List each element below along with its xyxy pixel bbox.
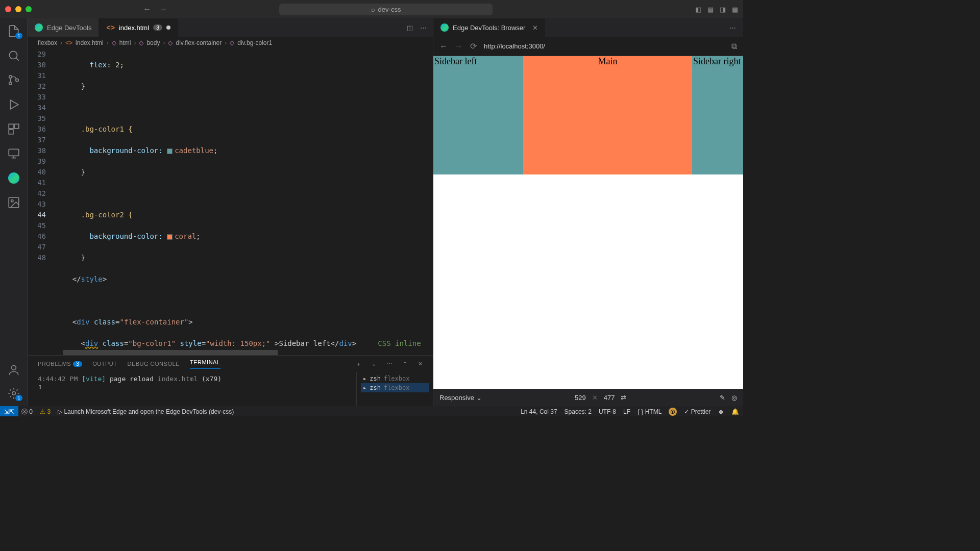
terminal-item[interactable]: ▸ zsh flexbox <box>361 374 429 383</box>
svg-rect-7 <box>9 149 19 156</box>
crumb[interactable]: index.html <box>76 39 104 46</box>
customize-layout-icon[interactable]: ▦ <box>732 6 738 13</box>
crumb[interactable]: body <box>146 39 160 46</box>
crumb[interactable]: flexbox <box>38 39 57 46</box>
maximize-panel-icon[interactable]: ⌃ <box>403 361 408 367</box>
cursor-position[interactable]: Ln 44, Col 37 <box>521 408 557 415</box>
accounts-icon[interactable] <box>7 363 20 377</box>
svg-point-1 <box>9 76 11 78</box>
tab-label: Edge DevTools <box>47 24 91 32</box>
more-actions-icon[interactable]: ⋯ <box>722 24 743 32</box>
remote-explorer-icon[interactable] <box>7 147 20 160</box>
terminal-body[interactable]: 4:44:42 PM [vite] page reload index.html… <box>28 372 433 406</box>
status-errors[interactable]: ⓧ 0 <box>21 408 33 416</box>
reload-icon[interactable]: ⟳ <box>470 41 477 51</box>
go-live-icon[interactable]: ⦿ <box>669 408 677 416</box>
source-control-icon[interactable] <box>7 73 20 87</box>
terminal-item[interactable]: ▸ zsh flexbox <box>361 383 429 392</box>
editor-actions: ◫ ⋯ <box>401 18 433 37</box>
minimize-window-icon[interactable] <box>15 6 21 12</box>
tab-terminal[interactable]: TERMINAL <box>190 359 220 369</box>
split-editor-icon[interactable]: ◫ <box>407 24 413 32</box>
back-arrow-icon[interactable]: ← <box>143 5 151 14</box>
new-terminal-icon[interactable]: ＋ <box>356 360 362 368</box>
run-debug-icon[interactable] <box>7 98 20 111</box>
inspect-icon[interactable]: ⧉ <box>731 42 737 51</box>
edit-icon[interactable]: ✎ <box>720 394 725 402</box>
url-bar[interactable]: http://localhost:3000/ <box>484 42 724 50</box>
panel-left-icon[interactable]: ◧ <box>695 6 701 13</box>
line-gutter: 2930313233343536373839404142434445464748 <box>28 49 55 350</box>
svg-point-3 <box>15 79 18 81</box>
crumb[interactable]: html <box>119 39 131 46</box>
layout-controls: ◧ ▤ ◨ ▦ <box>695 6 738 13</box>
settings-badge: 1 <box>15 395 22 401</box>
browser-preview[interactable]: Sidebar left Main Sidebar right <box>433 56 743 389</box>
image-preview-icon[interactable] <box>7 196 20 209</box>
encoding-status[interactable]: UTF-8 <box>599 408 616 415</box>
maximize-window-icon[interactable] <box>26 6 32 12</box>
remote-indicator[interactable]: ⇲⇱ <box>0 406 18 416</box>
feedback-icon[interactable]: ☻ <box>718 408 724 415</box>
close-tab-icon[interactable]: ✕ <box>532 24 538 32</box>
prettier-status[interactable]: ✓ Prettier <box>684 408 710 415</box>
window-controls <box>5 6 32 12</box>
modified-dot-icon <box>166 26 170 30</box>
edge-tools-icon[interactable] <box>7 171 20 185</box>
device-select[interactable]: Responsive ⌄ <box>439 394 482 402</box>
command-center[interactable]: ⌕ dev-css <box>279 4 493 15</box>
preview-main: Main <box>523 56 692 174</box>
code-editor[interactable]: 2930313233343536373839404142434445464748… <box>28 49 433 350</box>
breadcrumb[interactable]: flexbox› <> index.html› ◇ html› ◇ body› … <box>28 37 433 49</box>
bottom-panel: PROBLEMS3 OUTPUT DEBUG CONSOLE TERMINAL … <box>28 355 433 406</box>
terminal-output[interactable]: 4:44:42 PM [vite] page reload index.html… <box>28 372 356 406</box>
close-panel-icon[interactable]: ✕ <box>418 361 423 367</box>
status-bar: ⇲⇱ ⓧ 0 ⚠ 3 ▷ Launch Microsoft Edge and o… <box>0 406 743 416</box>
settings-gear-icon[interactable]: 1 <box>7 387 20 400</box>
browser-toolbar: ← → ⟳ http://localhost:3000/ ⧉ <box>433 37 743 56</box>
viewport-width[interactable]: 529 <box>575 394 586 402</box>
tab-output[interactable]: OUTPUT <box>92 361 117 367</box>
search-activity-icon[interactable] <box>7 49 20 62</box>
panel-bottom-icon[interactable]: ▤ <box>707 6 714 13</box>
rotate-icon[interactable]: ⇄ <box>621 394 626 402</box>
horizontal-scrollbar[interactable] <box>28 350 433 355</box>
activity-bar: 1 1 <box>0 18 28 406</box>
more-actions-icon[interactable]: ⋯ <box>420 24 427 32</box>
eol-status[interactable]: LF <box>623 408 630 415</box>
devtools-tabs: Edge DevTools: Browser ✕ ⋯ <box>433 18 743 37</box>
tab-problems[interactable]: PROBLEMS3 <box>38 361 82 367</box>
terminal-more-icon[interactable]: ⋯ <box>387 361 393 367</box>
svg-point-9 <box>11 200 13 202</box>
scrollbar-thumb[interactable] <box>63 350 278 355</box>
status-warnings[interactable]: ⚠ 3 <box>40 408 51 415</box>
terminal-dropdown-icon[interactable]: ⌄ <box>372 361 377 367</box>
language-mode[interactable]: { } HTML <box>638 408 662 415</box>
edge-icon <box>440 23 449 32</box>
preview-sidebar-right: Sidebar right <box>692 56 743 174</box>
explorer-icon[interactable]: 1 <box>7 24 20 38</box>
extensions-icon[interactable] <box>7 122 20 136</box>
svg-point-10 <box>11 365 16 370</box>
notifications-icon[interactable]: 🔔 <box>731 408 739 415</box>
screenshot-icon[interactable]: ◎ <box>731 394 737 402</box>
device-toolbar: Responsive ⌄ 529 ✕ 477 ⇄ ✎ ◎ <box>433 389 743 406</box>
crumb[interactable]: div.bg-color1 <box>237 39 272 46</box>
tab-devtools-browser[interactable]: Edge DevTools: Browser ✕ <box>433 18 545 37</box>
panel-right-icon[interactable]: ◨ <box>720 6 726 13</box>
close-icon: ✕ <box>592 394 598 402</box>
crumb[interactable]: div.flex-container <box>176 39 222 46</box>
tab-debug-console[interactable]: DEBUG CONSOLE <box>127 361 179 367</box>
viewport-height[interactable]: 477 <box>604 394 615 402</box>
close-window-icon[interactable] <box>5 6 11 12</box>
svg-rect-5 <box>14 124 19 129</box>
browser-back-icon[interactable]: ← <box>439 42 448 51</box>
code-content[interactable]: flex: 2; } .bg-color1 { background-color… <box>55 49 433 350</box>
indent-status[interactable]: Spaces: 2 <box>565 408 592 415</box>
status-launch-task[interactable]: ▷ Launch Microsoft Edge and open the Edg… <box>58 408 234 415</box>
tab-index-html[interactable]: <> index.html 3 <box>99 18 178 37</box>
search-text: dev-css <box>378 6 401 13</box>
tab-label: Edge DevTools: Browser <box>453 24 525 32</box>
tab-edge-devtools[interactable]: Edge DevTools <box>28 18 99 37</box>
svg-point-11 <box>12 392 15 395</box>
